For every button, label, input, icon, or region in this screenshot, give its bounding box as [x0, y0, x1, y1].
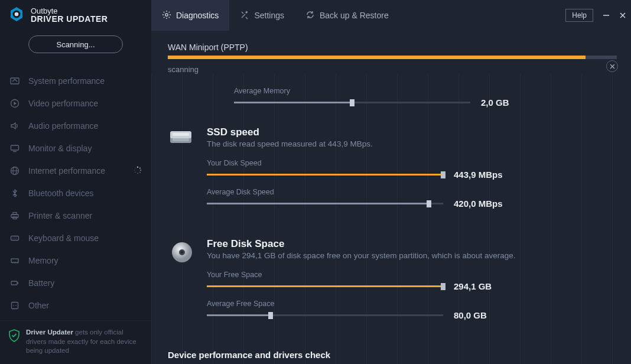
ssd-block: SSD speed The disk read speed measured a… [168, 126, 614, 217]
scan-progress [168, 56, 617, 59]
nav-list: System performance Video performance Aud… [0, 70, 151, 317]
ssd-title: SSD speed [207, 126, 614, 138]
nav-label: Bluetooth devices [28, 188, 94, 198]
tab-label: Diagnostics [176, 11, 219, 20]
ssd-your-label: Your Disk Speed [207, 159, 614, 167]
memory-icon [9, 255, 20, 266]
spinner-icon [134, 166, 142, 176]
bluetooth-icon [9, 188, 20, 199]
svg-rect-33 [12, 303, 18, 309]
nav-battery[interactable]: Battery [0, 272, 151, 294]
brand-line: Outbyte [31, 7, 108, 15]
sidebar: Outbyte DRIVER UPDATER Scanning... Syste… [0, 0, 151, 364]
disk-your-label: Your Free Space [207, 271, 614, 279]
nav-label: Printer & scanner [28, 211, 92, 220]
minimize-button[interactable] [598, 0, 614, 31]
product-line: DRIVER UPDATER [31, 15, 108, 24]
scan-cancel-button[interactable] [606, 60, 618, 72]
ssd-your-bar [207, 174, 443, 176]
close-button[interactable] [614, 0, 631, 31]
nav-memory[interactable]: Memory [0, 249, 151, 272]
nav-printer-scanner[interactable]: Printer & scanner [0, 204, 151, 227]
nav-keyboard-mouse[interactable]: Keyboard & mouse [0, 227, 151, 249]
svg-rect-44 [173, 133, 189, 136]
tab-settings[interactable]: Settings [229, 0, 295, 31]
svg-point-14 [139, 171, 141, 173]
speaker-icon [9, 121, 20, 131]
topbar: Diagnostics Settings Back up & Restore H… [151, 0, 631, 31]
nav-label: Monitor & display [28, 144, 92, 153]
disk-avg-label: Average Free Space [207, 300, 614, 308]
nav-label: Internet performance [28, 166, 105, 176]
svg-rect-20 [13, 213, 17, 215]
svg-point-11 [137, 166, 138, 167]
tab-diagnostics[interactable]: Diagnostics [151, 0, 229, 31]
tab-backup-restore[interactable]: Back up & Restore [295, 0, 399, 31]
ssd-avg-label: Average Disk Speed [207, 188, 614, 196]
logo-icon [8, 6, 25, 25]
footer-text: Driver Updater gets only official driver… [26, 328, 143, 356]
svg-point-36 [165, 13, 168, 15]
nav-label: Battery [28, 278, 54, 288]
svg-point-18 [135, 167, 135, 168]
svg-rect-26 [11, 259, 18, 262]
svg-point-17 [134, 170, 135, 170]
disk-avg-value: 80,0 GB [454, 310, 487, 320]
tools-icon [240, 10, 249, 21]
battery-icon [9, 278, 20, 288]
svg-point-34 [13, 305, 14, 306]
refresh-icon [305, 10, 315, 21]
svg-point-2 [15, 12, 19, 17]
scanning-button[interactable]: Scanning... [28, 35, 123, 53]
keyboard-icon [9, 233, 20, 243]
nav-label: Audio performance [28, 121, 98, 131]
svg-rect-21 [13, 217, 17, 219]
svg-point-23 [12, 238, 13, 238]
tab-label: Back up & Restore [320, 11, 389, 20]
ssd-icon [168, 126, 196, 217]
nav-video-performance[interactable]: Video performance [0, 92, 151, 115]
section-heading: Device performance and drivers check [168, 350, 614, 360]
svg-point-35 [15, 305, 17, 306]
scan-progress-fill [168, 56, 586, 59]
disk-title: Free Disk Space [207, 238, 614, 250]
svg-rect-31 [11, 281, 17, 285]
nav-internet-performance[interactable]: Internet performance [0, 160, 151, 182]
disk-desc: You have 294,1 GB of disk space free on … [207, 251, 614, 260]
nav-monitor-display[interactable]: Monitor & display [0, 137, 151, 160]
avg-memory-bar [234, 102, 470, 103]
svg-rect-45 [173, 138, 189, 141]
scan-status: scanning [168, 65, 614, 74]
disk-icon [168, 238, 196, 329]
nav-other[interactable]: Other [0, 294, 151, 317]
nav-label: Video performance [28, 99, 98, 108]
help-button[interactable]: Help [565, 9, 593, 22]
scan-area: WAN Miniport (PPTP) scanning [151, 31, 631, 74]
ssd-avg-value: 420,0 MBps [454, 199, 503, 209]
svg-point-16 [135, 171, 136, 173]
main: Diagnostics Settings Back up & Restore H… [151, 0, 631, 364]
globe-icon [9, 165, 20, 176]
content[interactable]: Average Memory 2,0 GB [151, 74, 631, 364]
nav-label: Keyboard & mouse [28, 233, 99, 243]
ssd-avg-bar [207, 203, 443, 204]
nav-label: Other [28, 301, 49, 310]
nav-label: Memory [28, 256, 58, 265]
nav-label: System performance [28, 76, 105, 86]
printer-icon [9, 210, 20, 221]
avg-memory-value: 2,0 GB [481, 98, 509, 108]
nav-system-performance[interactable]: System performance [0, 70, 151, 92]
svg-rect-32 [18, 282, 19, 284]
ssd-desc: The disk read speed measured at 443,9 MB… [207, 139, 614, 148]
nav-bluetooth[interactable]: Bluetooth devices [0, 182, 151, 204]
disk-avg-bar [207, 314, 443, 316]
svg-rect-6 [11, 145, 19, 150]
svg-marker-5 [14, 102, 17, 105]
monitor-icon [9, 143, 20, 154]
disk-block: Free Disk Space You have 294,1 GB of dis… [168, 238, 614, 329]
play-icon [9, 98, 20, 109]
svg-point-24 [14, 238, 15, 238]
ssd-your-value: 443,9 MBps [454, 170, 503, 180]
nav-audio-performance[interactable]: Audio performance [0, 115, 151, 137]
gauge-icon [9, 76, 20, 86]
